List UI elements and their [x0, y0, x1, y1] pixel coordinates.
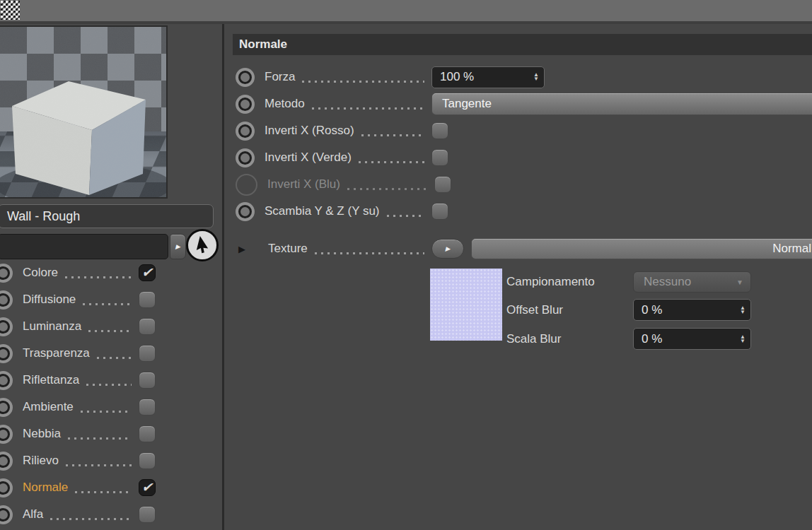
channel-checkbox[interactable]: ✔ — [139, 264, 156, 281]
offset-blur-value: 0 % — [642, 303, 740, 317]
animation-radio-icon[interactable] — [236, 68, 255, 87]
animation-radio-icon[interactable] — [0, 317, 13, 336]
channel-label: Diffusione — [23, 293, 76, 307]
campionamento-dropdown[interactable]: Nessuno ▼ — [633, 271, 751, 293]
texture-path-bar[interactable]: Normal — [471, 238, 812, 259]
stepper-down-icon[interactable]: ▼ — [740, 339, 746, 343]
arrow-right-icon: ▶ — [175, 243, 180, 250]
stepper-control[interactable]: ▲ ▼ — [740, 335, 746, 343]
field-arrow-button[interactable]: ▶ — [170, 234, 186, 259]
animation-radio-icon[interactable] — [0, 425, 13, 444]
channel-row-riflettanza[interactable]: Riflettanza✔ — [0, 367, 156, 394]
inverti-x-rosso-checkbox[interactable]: ✔ — [431, 122, 448, 139]
channel-row-normale[interactable]: Normale✔ — [0, 474, 156, 501]
dotted-leader — [347, 188, 427, 190]
channel-row-trasparenza[interactable]: Trasparenza✔ — [0, 340, 156, 367]
channel-row-alfa[interactable]: Alfa✔ — [0, 501, 156, 528]
channel-checkbox[interactable]: ✔ — [139, 425, 156, 442]
stepper-control[interactable]: ▲ ▼ — [533, 73, 539, 81]
animation-radio-icon[interactable] — [236, 95, 255, 114]
animation-radio-icon[interactable] — [0, 344, 13, 363]
channel-checkbox[interactable]: ✔ — [139, 345, 156, 362]
dotted-leader — [68, 437, 132, 440]
campionamento-value: Nessuno — [644, 275, 691, 289]
metodo-dropdown[interactable]: Tangente — [431, 93, 812, 115]
inverti-x-verde-checkbox[interactable]: ✔ — [431, 149, 448, 166]
row-scala-blur: Scala Blur 0 % ▲ ▼ — [502, 324, 751, 353]
animation-radio-icon[interactable] — [0, 290, 13, 310]
material-name-field[interactable]: Wall - Rough — [0, 204, 214, 228]
channel-checkbox[interactable]: ✔ — [139, 506, 156, 523]
channel-row-colore[interactable]: Colore✔ — [0, 259, 156, 286]
animation-radio-icon[interactable] — [0, 452, 13, 471]
animation-radio-icon[interactable] — [0, 478, 13, 497]
texture-path-value: Normal — [772, 242, 811, 256]
animation-radio-icon — [236, 174, 257, 196]
material-preview[interactable] — [0, 25, 168, 199]
channel-row-ambiente[interactable]: Ambiente✔ — [0, 394, 156, 420]
stepper-down-icon[interactable]: ▼ — [533, 77, 539, 81]
animation-radio-icon[interactable] — [236, 148, 255, 167]
channel-label: Normale — [23, 481, 68, 495]
row-label: Campionamento — [502, 275, 633, 289]
row-metodo: Metodo Tangente — [224, 90, 812, 117]
texture-thumbnail[interactable] — [430, 269, 502, 341]
offset-blur-input[interactable]: 0 % ▲ ▼ — [633, 299, 751, 321]
row-label: Scambia Y & Z (Y su) — [265, 204, 380, 218]
animation-radio-icon[interactable] — [236, 202, 255, 221]
channel-list: Colore✔Diffusione✔Luminanza✔Trasparenza✔… — [0, 259, 156, 530]
channel-label: Nebbia — [23, 427, 61, 441]
channel-row-diffusione[interactable]: Diffusione✔ — [0, 286, 156, 313]
channel-checkbox[interactable]: ✔ — [139, 479, 156, 496]
stepper-control[interactable]: ▲ ▼ — [740, 306, 746, 314]
channel-label: Riflettanza — [23, 373, 79, 387]
search-input[interactable] — [0, 234, 168, 259]
dotted-leader — [65, 276, 132, 278]
forza-input[interactable]: 100 % ▲ ▼ — [431, 66, 545, 88]
dotted-leader — [86, 384, 132, 386]
row-forza: Forza 100 % ▲ ▼ — [224, 64, 812, 90]
row-texture: ▶ Texture ▶ Normal — [224, 237, 812, 260]
disclosure-triangle-icon[interactable]: ▶ — [238, 245, 248, 254]
channel-checkbox[interactable]: ✔ — [139, 291, 156, 308]
dotted-leader — [75, 491, 132, 493]
animation-radio-icon[interactable] — [236, 122, 255, 141]
channel-row-luminanza[interactable]: Luminanza✔ — [0, 313, 156, 340]
animation-radio-icon[interactable] — [0, 371, 13, 390]
section-header: Normale — [233, 34, 812, 55]
dotted-leader — [361, 134, 424, 136]
arrow-right-icon: ▶ — [446, 245, 451, 252]
cursor-icon — [186, 229, 219, 261]
forza-value: 100 % — [440, 70, 533, 84]
inverti-x-blu-checkbox[interactable]: ✔ — [434, 176, 451, 193]
dotted-leader — [302, 81, 424, 83]
search-row: ▶ — [0, 234, 222, 259]
animation-radio-icon[interactable] — [0, 505, 13, 524]
row-label: Inverti X (Rosso) — [265, 124, 354, 138]
animation-radio-icon[interactable] — [0, 398, 13, 417]
channel-checkbox[interactable]: ✔ — [139, 318, 156, 335]
scala-blur-input[interactable]: 0 % ▲ ▼ — [633, 328, 751, 350]
channel-row-rilievo[interactable]: Rilievo✔ — [0, 447, 156, 474]
channel-checkbox[interactable]: ✔ — [139, 372, 156, 389]
dotted-leader — [315, 252, 424, 254]
scala-blur-value: 0 % — [642, 332, 740, 346]
metodo-value: Tangente — [442, 97, 492, 111]
channel-checkbox[interactable]: ✔ — [139, 452, 156, 469]
channel-checkbox[interactable]: ✔ — [139, 399, 156, 416]
row-label: Offset Blur — [502, 303, 633, 317]
stepper-down-icon[interactable]: ▼ — [740, 310, 746, 314]
row-label: Metodo — [265, 97, 305, 111]
texture-browse-button[interactable]: ▶ — [431, 239, 464, 259]
row-label: Texture — [268, 242, 308, 256]
material-name: Wall - Rough — [7, 209, 80, 224]
row-label: Inverti X (Blu) — [267, 177, 340, 192]
channel-row-nebbia[interactable]: Nebbia✔ — [0, 420, 156, 447]
dotted-leader — [81, 411, 132, 413]
normale-attributes-panel: Normale Forza 100 % ▲ ▼ Metodo — [224, 24, 812, 530]
channel-label: Alfa — [23, 507, 43, 522]
scambia-y-z-checkbox[interactable]: ✔ — [431, 203, 448, 220]
checker-pattern-icon[interactable] — [1, 1, 20, 20]
row-scambia-y-z: Scambia Y & Z (Y su) ✔ — [224, 198, 812, 225]
animation-radio-icon[interactable] — [0, 264, 13, 283]
